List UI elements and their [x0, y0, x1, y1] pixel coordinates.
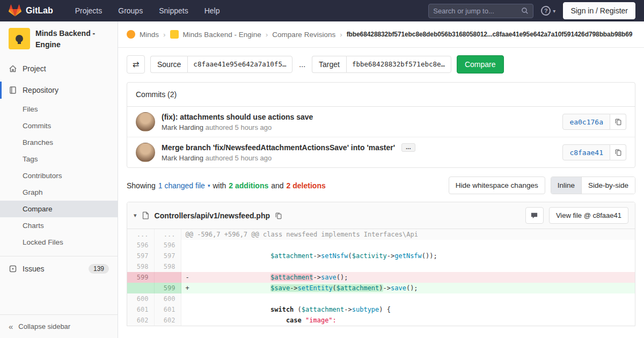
line-number-old[interactable]: 601 — [127, 304, 154, 315]
navbar-right: ? ▾ Sign in / Register — [428, 2, 635, 19]
source-label: Source — [150, 56, 187, 73]
copy-sha-button[interactable] — [610, 114, 626, 130]
sidebar-item-project[interactable]: Project — [0, 58, 118, 79]
diff-row-context: 596 596 — [127, 240, 635, 251]
breadcrumb-project-link[interactable]: Minds Backend - Engine — [183, 31, 261, 39]
gitlab-home-link[interactable]: GitLab — [9, 4, 53, 17]
commit-sha-button[interactable]: c8faae41 — [562, 144, 610, 160]
copy-file-path-button[interactable] — [275, 212, 282, 219]
comment-icon — [530, 211, 538, 219]
collapse-sidebar-button[interactable]: « Collapse sidebar — [0, 314, 118, 338]
line-number-new[interactable]: 601 — [154, 304, 181, 315]
code-line: case "image": — [181, 315, 635, 326]
commit-sha-button[interactable]: ea0c176a — [562, 114, 610, 130]
line-number-old[interactable]: 596 — [127, 240, 154, 251]
project-context[interactable]: Minds Backend - Engine — [0, 21, 118, 56]
target-ref-input[interactable]: fbbe68428832bf571ebc8e8deb056b3168058012 — [346, 56, 451, 73]
chevron-double-left-icon: « — [9, 322, 13, 331]
target-ref-group: Target fbbe68428832bf571ebc8e8deb056b316… — [312, 56, 451, 73]
source-ref-input[interactable]: c8faae41e95e642a7a10f591426d798bbab98b69 — [187, 56, 292, 73]
line-number-new[interactable]: 597 — [154, 251, 181, 261]
line-number-old[interactable]: 597 — [127, 251, 154, 261]
commit-author-link[interactable]: Mark Harding — [162, 154, 203, 162]
brand-name: GitLab — [26, 6, 53, 16]
diff-stats: Showing 1 changed file ▾ with 2 addition… — [127, 181, 326, 190]
book-icon — [9, 86, 17, 94]
breadcrumb-compare-range: fbbe68428832bf571ebc8e8deb056b3168058012… — [347, 31, 633, 38]
deletions-count: 2 deletions — [287, 181, 326, 190]
copy-sha-button[interactable] — [610, 144, 626, 160]
with-label: with — [213, 181, 226, 190]
breadcrumb-page-link[interactable]: Compare Revisions — [272, 31, 335, 39]
line-number-new[interactable]: 596 — [154, 240, 181, 251]
line-number-old[interactable]: 602 — [127, 315, 154, 326]
search-input[interactable] — [433, 7, 521, 15]
collapse-diff-caret[interactable]: ▾ — [134, 212, 137, 219]
changed-files-dropdown[interactable]: 1 changed file — [158, 181, 205, 190]
commit-author-link[interactable]: Mark Harding — [162, 123, 203, 131]
code-line: switch ($attachment->subtype) { — [181, 304, 635, 315]
lightbulb-icon — [16, 35, 23, 42]
side-by-side-view-button[interactable]: Side-by-side — [581, 177, 635, 194]
diff-view-controls: Hide whitespace changes Inline Side-by-s… — [449, 177, 635, 194]
help-icon: ? — [541, 6, 551, 16]
sidebar-item-locked-files[interactable]: Locked Files — [0, 234, 118, 251]
sidebar-item-compare[interactable]: Compare — [0, 201, 118, 217]
range-dots: ... — [299, 60, 305, 69]
file-icon — [142, 211, 150, 219]
diff-row-context: 597 597 $attachment->setNsfw($activity->… — [127, 251, 635, 261]
copy-icon — [275, 212, 282, 219]
diff-row-context: 598 598 — [127, 261, 635, 272]
commits-panel: Commits (2) (fix): attachments should us… — [127, 82, 635, 168]
sidebar-item-files[interactable]: Files — [0, 101, 118, 117]
sidebar-item-branches[interactable]: Branches — [0, 134, 118, 151]
collapse-sidebar-label: Collapse sidebar — [18, 322, 70, 330]
source-ref-group: Source c8faae41e95e642a7a10f591426d798bb… — [150, 56, 292, 73]
main-content: Minds › Minds Backend - Engine › Compare… — [118, 21, 644, 338]
diff-row-addition: 599 + $save->setEntity($attachment)->sav… — [127, 283, 635, 293]
nav-help[interactable]: Help — [196, 0, 228, 21]
repository-subnav: Files Commits Branches Tags Contributors… — [0, 101, 118, 251]
sidebar-item-graph[interactable]: Graph — [0, 184, 118, 201]
nav-projects[interactable]: Projects — [67, 0, 111, 21]
sidebar-item-charts[interactable]: Charts — [0, 217, 118, 234]
diff-row-hunk: ... ... @@ -596,7 +596,7 @@ class newsfe… — [127, 229, 635, 240]
line-number-new[interactable]: 600 — [154, 293, 181, 304]
line-number-old[interactable]: 598 — [127, 261, 154, 272]
sidebar-item-commits[interactable]: Commits — [0, 117, 118, 134]
copy-icon — [614, 118, 622, 126]
line-number-new[interactable]: 602 — [154, 315, 181, 326]
line-number-old[interactable] — [127, 283, 154, 293]
commit-author-avatar — [136, 112, 155, 131]
sidebar-item-issues[interactable]: Issues 139 — [0, 258, 118, 280]
diff-file-panel: ▾ Controllers/api/v1/newsfeed.php View f — [127, 202, 635, 326]
sidebar-item-repository[interactable]: Repository — [0, 79, 118, 101]
line-number-new[interactable]: 599 — [154, 283, 181, 293]
search-box[interactable] — [428, 4, 533, 18]
compare-button[interactable]: Compare — [457, 55, 504, 74]
commit-title-link[interactable]: (fix): attachments should use actions sa… — [162, 113, 313, 121]
commit-info: Merge branch 'fix/NewsfeedAttachmentActi… — [162, 143, 556, 162]
toggle-comments-button[interactable] — [525, 207, 544, 224]
help-dropdown[interactable]: ? ▾ — [541, 6, 555, 16]
line-number-new[interactable]: 598 — [154, 261, 181, 272]
line-number-new[interactable] — [154, 272, 181, 283]
swap-icon: ⇄ — [133, 60, 140, 69]
nav-snippets[interactable]: Snippets — [151, 0, 196, 21]
sidebar-item-tags[interactable]: Tags — [0, 151, 118, 167]
view-file-button[interactable]: View file @ c8faae41 — [549, 207, 628, 224]
hide-whitespace-button[interactable]: Hide whitespace changes — [449, 177, 545, 194]
diff-file-path[interactable]: Controllers/api/v1/newsfeed.php — [155, 211, 270, 220]
nav-groups[interactable]: Groups — [110, 0, 151, 21]
expand-commit-message-button[interactable]: ... — [401, 143, 415, 152]
line-number-old[interactable]: 599 — [127, 272, 154, 283]
line-number-old: ... — [127, 229, 154, 240]
commit-title-link[interactable]: Merge branch 'fix/NewsfeedAttachmentActi… — [162, 143, 395, 152]
sidebar-item-contributors[interactable]: Contributors — [0, 167, 118, 184]
inline-view-button[interactable]: Inline — [551, 177, 581, 194]
additions-count: 2 additions — [229, 181, 268, 190]
line-number-old[interactable]: 600 — [127, 293, 154, 304]
swap-revisions-button[interactable]: ⇄ — [127, 55, 145, 74]
sign-in-button[interactable]: Sign in / Register — [563, 2, 635, 19]
breadcrumb-group-link[interactable]: Minds — [140, 31, 159, 39]
